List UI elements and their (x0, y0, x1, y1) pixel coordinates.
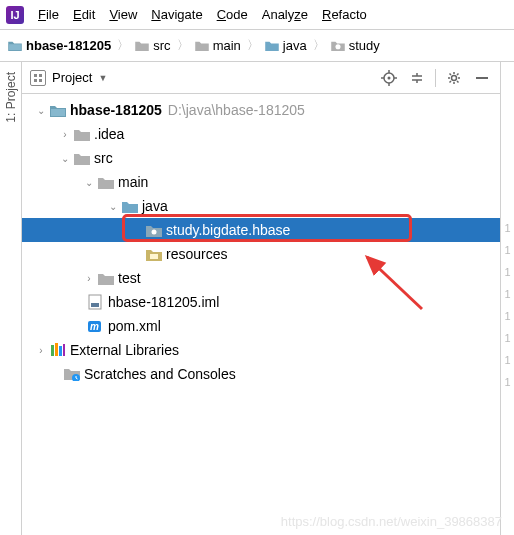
gutter-num: 1 (504, 354, 510, 366)
crumb-root[interactable]: hbase-181205 (8, 38, 111, 53)
svg-rect-22 (63, 344, 65, 356)
menu-edit[interactable]: Edit (73, 7, 95, 22)
gutter-num: 1 (504, 376, 510, 388)
project-panel: Project ▼ ⌄ hbase-181205 D:\ (22, 62, 500, 535)
folder-icon (135, 40, 149, 51)
svg-point-12 (452, 75, 457, 80)
gear-icon[interactable] (444, 68, 464, 88)
collapse-all-icon[interactable] (407, 68, 427, 88)
chevron-right-icon: 〉 (245, 37, 261, 54)
folder-icon (74, 128, 90, 141)
locate-icon[interactable] (379, 68, 399, 88)
gutter-num: 1 (504, 266, 510, 278)
crumb-main[interactable]: main (195, 38, 241, 53)
expand-arrow-icon[interactable]: ⌄ (34, 103, 48, 117)
gutter-num: 1 (504, 244, 510, 256)
sidebar-tab-label: 1: Project (4, 72, 18, 123)
chevron-right-icon: 〉 (115, 37, 131, 54)
menu-navigate[interactable]: Navigate (151, 7, 202, 22)
expand-arrow-icon[interactable]: › (34, 343, 48, 357)
tree-node-src[interactable]: ⌄ src (22, 146, 500, 170)
libraries-icon (50, 344, 66, 357)
tree-node-java[interactable]: ⌄ java (22, 194, 500, 218)
crumb-label: study (349, 38, 380, 53)
tree-node-package-selected[interactable]: › study.bigdate.hbase (22, 218, 500, 242)
crumb-java[interactable]: java (265, 38, 307, 53)
menu-analyze[interactable]: Analyze (262, 7, 308, 22)
tree-node-main[interactable]: ⌄ main (22, 170, 500, 194)
tree-label: hbase-181205.iml (108, 294, 219, 310)
svg-rect-13 (476, 77, 488, 79)
svg-rect-19 (51, 345, 54, 356)
package-icon (331, 40, 345, 51)
tree-label: pom.xml (108, 318, 161, 334)
gutter-num: 1 (504, 310, 510, 322)
tree-label: External Libraries (70, 342, 179, 358)
crumb-label: src (153, 38, 170, 53)
tree-node-pom[interactable]: › m pom.xml (22, 314, 500, 338)
tree-node-external-libs[interactable]: › External Libraries (22, 338, 500, 362)
tree-node-idea[interactable]: › .idea (22, 122, 500, 146)
svg-rect-18 (91, 303, 99, 307)
gutter-num: 1 (504, 288, 510, 300)
module-icon (50, 104, 66, 117)
gutter-num: 1 (504, 222, 510, 234)
maven-file-icon: m (88, 320, 104, 333)
gutter-num: 1 (504, 332, 510, 344)
expand-arrow-icon[interactable]: › (58, 127, 72, 141)
crumb-study[interactable]: study (331, 38, 380, 53)
menubar: IJ File Edit View Navigate Code Analyze … (0, 0, 514, 30)
svg-rect-21 (59, 346, 62, 356)
expand-arrow-icon[interactable]: ⌄ (82, 175, 96, 189)
chevron-right-icon: 〉 (311, 37, 327, 54)
tree-label: java (142, 198, 168, 214)
svg-rect-4 (39, 74, 42, 77)
tree-node-test[interactable]: › test (22, 266, 500, 290)
menu-refactor[interactable]: Refacto (322, 7, 367, 22)
breadcrumb: hbase-181205 〉 src 〉 main 〉 java 〉 study (0, 30, 514, 62)
hide-icon[interactable] (472, 68, 492, 88)
tree-label: resources (166, 246, 227, 262)
resources-folder-icon (146, 248, 162, 261)
menu-file[interactable]: File (38, 7, 59, 22)
expand-arrow-icon[interactable]: › (82, 271, 96, 285)
package-icon (146, 224, 162, 237)
tree-label: .idea (94, 126, 124, 142)
svg-rect-5 (39, 79, 42, 82)
svg-rect-3 (34, 79, 37, 82)
sidebar-tab-project[interactable]: 1: Project (0, 62, 22, 535)
project-tree: ⌄ hbase-181205 D:\java\hbase-181205 › .i… (22, 94, 500, 390)
panel-title[interactable]: Project ▼ (30, 70, 107, 86)
svg-point-7 (388, 76, 391, 79)
project-view-icon (30, 70, 46, 86)
folder-icon (195, 40, 209, 51)
tree-node-iml[interactable]: › hbase-181205.iml (22, 290, 500, 314)
tree-node-scratches[interactable]: › Scratches and Consoles (22, 362, 500, 386)
crumb-src[interactable]: src (135, 38, 170, 53)
panel-title-label: Project (52, 70, 92, 85)
source-folder-icon (122, 200, 138, 213)
crumb-label: hbase-181205 (26, 38, 111, 53)
folder-icon (98, 176, 114, 189)
expand-arrow-icon[interactable]: ⌄ (106, 199, 120, 213)
menu-view[interactable]: View (109, 7, 137, 22)
tree-label: test (118, 270, 141, 286)
scratches-icon (64, 368, 80, 381)
svg-rect-20 (55, 343, 58, 356)
svg-rect-0 (9, 44, 21, 50)
tree-label: main (118, 174, 148, 190)
svg-point-1 (335, 44, 340, 49)
svg-point-15 (152, 229, 157, 234)
tree-label: Scratches and Consoles (84, 366, 236, 382)
tree-node-root[interactable]: ⌄ hbase-181205 D:\java\hbase-181205 (22, 98, 500, 122)
tree-path: D:\java\hbase-181205 (168, 102, 305, 118)
folder-icon (74, 152, 90, 165)
menu-code[interactable]: Code (217, 7, 248, 22)
app-logo-icon: IJ (6, 6, 24, 24)
chevron-down-icon: ▼ (98, 73, 107, 83)
tree-node-resources[interactable]: › resources (22, 242, 500, 266)
tree-label: hbase-181205 (70, 102, 162, 118)
source-folder-icon (265, 40, 279, 51)
editor-gutter: 1 1 1 1 1 1 1 1 (500, 62, 514, 535)
expand-arrow-icon[interactable]: ⌄ (58, 151, 72, 165)
